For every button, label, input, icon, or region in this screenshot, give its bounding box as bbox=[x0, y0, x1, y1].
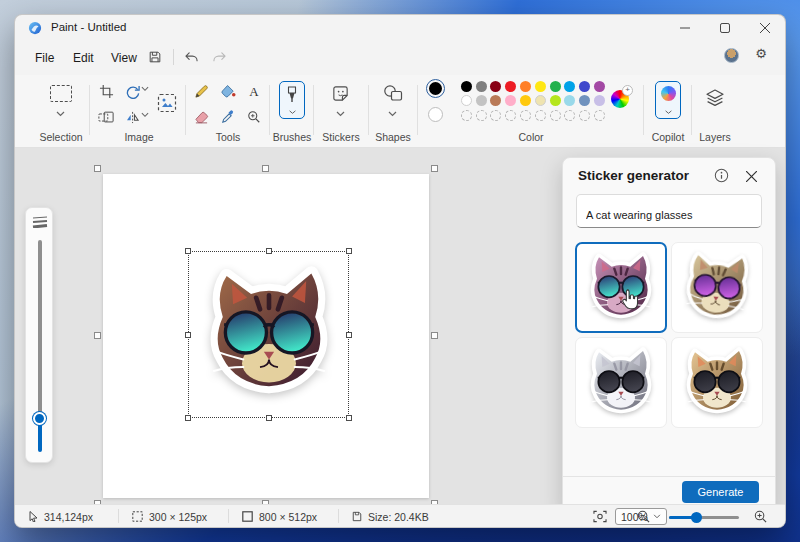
zoom-in-button[interactable] bbox=[754, 505, 767, 528]
canvas-resize-handle[interactable] bbox=[431, 165, 438, 172]
text-tool-icon[interactable]: A bbox=[244, 81, 264, 101]
chevron-down-icon[interactable] bbox=[336, 111, 345, 117]
sticker-result-2[interactable] bbox=[671, 242, 763, 333]
menu-file[interactable]: File bbox=[29, 49, 60, 67]
eraser-icon[interactable] bbox=[191, 107, 211, 127]
remove-background-icon[interactable] bbox=[155, 91, 179, 115]
chevron-down-icon[interactable] bbox=[56, 111, 65, 117]
menu-view[interactable]: View bbox=[105, 49, 143, 67]
close-button[interactable] bbox=[745, 15, 785, 41]
color-swatch[interactable] bbox=[594, 95, 605, 106]
account-avatar[interactable] bbox=[724, 48, 739, 63]
color-swatch[interactable] bbox=[594, 81, 605, 92]
redo-button[interactable] bbox=[207, 46, 231, 68]
color-swatch[interactable] bbox=[550, 81, 561, 92]
fill-bucket-icon[interactable] bbox=[218, 81, 238, 101]
fit-to-screen-button[interactable] bbox=[593, 505, 607, 528]
rotate-icon[interactable] bbox=[123, 81, 143, 101]
color-swatch[interactable] bbox=[461, 95, 472, 106]
color-swatch[interactable] bbox=[564, 95, 575, 106]
color-swatch[interactable] bbox=[476, 95, 487, 106]
zoom-slider-track[interactable] bbox=[669, 516, 739, 519]
shapes-group: Shapes bbox=[369, 75, 417, 147]
color-swatch[interactable] bbox=[476, 110, 487, 121]
copilot-button[interactable] bbox=[655, 81, 681, 119]
magnifier-icon[interactable] bbox=[244, 107, 264, 127]
color-swatch[interactable] bbox=[564, 110, 575, 121]
secondary-color-swatch[interactable] bbox=[428, 107, 443, 122]
selection-handle[interactable] bbox=[185, 332, 191, 338]
color-swatch[interactable] bbox=[490, 110, 501, 121]
eyedropper-icon[interactable] bbox=[218, 107, 238, 127]
size-slider-thumb[interactable] bbox=[33, 412, 46, 425]
color-swatch[interactable] bbox=[490, 95, 501, 106]
primary-color-swatch[interactable] bbox=[427, 80, 444, 97]
save-button[interactable] bbox=[143, 46, 167, 68]
selection-handle[interactable] bbox=[185, 415, 191, 421]
color-swatch[interactable] bbox=[550, 110, 561, 121]
prompt-input[interactable] bbox=[576, 194, 762, 228]
color-swatch[interactable] bbox=[490, 81, 501, 92]
pencil-icon[interactable] bbox=[191, 81, 211, 101]
selection-handle[interactable] bbox=[346, 415, 352, 421]
color-swatch[interactable] bbox=[505, 95, 516, 106]
chevron-down-icon[interactable] bbox=[141, 112, 149, 118]
minimize-button[interactable] bbox=[665, 15, 705, 41]
panel-close-icon[interactable] bbox=[743, 168, 759, 184]
sticker-selection[interactable] bbox=[188, 251, 349, 418]
color-swatch[interactable] bbox=[594, 110, 605, 121]
flip-icon[interactable] bbox=[123, 107, 143, 127]
color-swatch[interactable] bbox=[579, 110, 590, 121]
color-swatch[interactable] bbox=[476, 81, 487, 92]
canvas-resize-handle[interactable] bbox=[94, 165, 101, 172]
canvas-resize-handle[interactable] bbox=[431, 332, 438, 339]
shapes-group-label: Shapes bbox=[369, 131, 417, 143]
color-swatch[interactable] bbox=[520, 81, 531, 92]
color-swatch[interactable] bbox=[505, 81, 516, 92]
chevron-down-icon[interactable] bbox=[141, 86, 149, 92]
edit-colors-wheel-icon[interactable] bbox=[611, 90, 629, 108]
color-swatch[interactable] bbox=[564, 81, 575, 92]
crop-icon[interactable] bbox=[96, 81, 116, 101]
undo-button[interactable] bbox=[179, 46, 203, 68]
color-swatch[interactable] bbox=[461, 81, 472, 92]
menu-edit[interactable]: Edit bbox=[67, 49, 100, 67]
selection-tool-icon[interactable] bbox=[50, 85, 72, 102]
selection-handle[interactable] bbox=[346, 332, 352, 338]
brushes-button[interactable] bbox=[279, 81, 305, 119]
selection-handle[interactable] bbox=[266, 248, 272, 254]
settings-gear-icon[interactable]: ⚙ bbox=[755, 46, 767, 61]
info-icon[interactable] bbox=[714, 168, 729, 183]
color-swatch[interactable] bbox=[535, 81, 546, 92]
selection-handle[interactable] bbox=[346, 248, 352, 254]
color-swatch[interactable] bbox=[461, 110, 472, 121]
color-swatch[interactable] bbox=[550, 95, 561, 106]
canvas-resize-handle[interactable] bbox=[94, 332, 101, 339]
work-area: Sticker generator bbox=[15, 148, 785, 504]
sticker-icon[interactable] bbox=[331, 84, 350, 103]
selection-handle[interactable] bbox=[266, 415, 272, 421]
selection-handle[interactable] bbox=[185, 248, 191, 254]
layers-icon[interactable] bbox=[705, 88, 725, 108]
color-swatch[interactable] bbox=[520, 110, 531, 121]
canvas-resize-handle[interactable] bbox=[262, 165, 269, 172]
color-swatch[interactable] bbox=[505, 110, 516, 121]
color-swatch[interactable] bbox=[579, 81, 590, 92]
size-slider-track[interactable] bbox=[38, 240, 42, 418]
stickers-group: Stickers bbox=[315, 75, 367, 147]
maximize-button[interactable] bbox=[705, 15, 745, 41]
chevron-down-icon[interactable] bbox=[388, 111, 397, 117]
color-swatch[interactable] bbox=[535, 95, 546, 106]
zoom-slider-thumb[interactable] bbox=[691, 512, 702, 523]
shapes-icon[interactable] bbox=[383, 84, 403, 102]
resize-icon[interactable] bbox=[96, 107, 116, 127]
drawing-canvas[interactable] bbox=[103, 174, 429, 498]
sticker-result-3[interactable] bbox=[575, 337, 667, 428]
sticker-result-4[interactable] bbox=[671, 337, 763, 428]
zoom-out-button[interactable] bbox=[637, 505, 650, 528]
sticker-result-1[interactable] bbox=[575, 242, 667, 333]
color-swatch[interactable] bbox=[579, 95, 590, 106]
generate-button[interactable]: Generate bbox=[682, 481, 759, 503]
color-swatch[interactable] bbox=[535, 110, 546, 121]
color-swatch[interactable] bbox=[520, 95, 531, 106]
